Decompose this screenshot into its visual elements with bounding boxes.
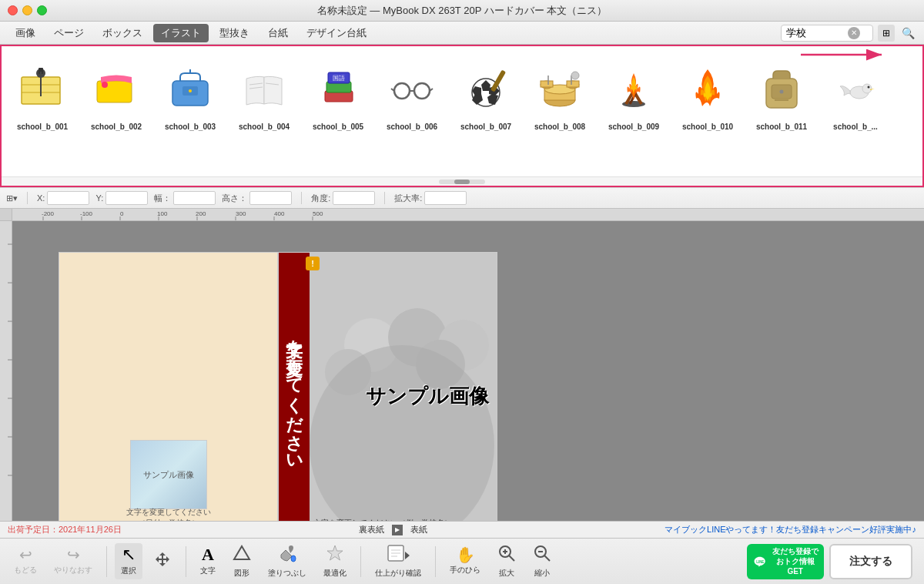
- illust-label-school_b_012: school_b_...: [833, 123, 878, 131]
- text-tool[interactable]: A 文字: [194, 543, 222, 579]
- sep2: [301, 192, 302, 204]
- height-label: 高さ：: [222, 193, 247, 204]
- window-controls[interactable]: [8, 5, 47, 15]
- front-cover-label[interactable]: 表紙: [410, 524, 427, 535]
- illust-item-school_b_012[interactable]: school_b_...: [819, 54, 892, 135]
- line-promo-button[interactable]: LINE 友だち登録でおトク情報GET: [747, 544, 824, 579]
- page-nav-button[interactable]: ▶: [392, 525, 403, 535]
- promo-text: マイブックLINEやってます！友だち登録キャンペーン好評実施中♪: [665, 524, 916, 535]
- illust-item-school_b_005[interactable]: 国語 school_b_005: [301, 54, 375, 135]
- undo-button[interactable]: ↩ もどる: [8, 544, 43, 579]
- search-box[interactable]: ✕: [781, 25, 873, 42]
- menu-page[interactable]: ページ: [46, 24, 92, 42]
- scroll-thumb[interactable]: [454, 180, 470, 184]
- fill-tool[interactable]: 塗りつぶし: [262, 541, 313, 582]
- ruler-corner: [0, 209, 12, 221]
- illust-item-school_b_008[interactable]: school_b_008: [523, 54, 597, 135]
- svg-text:-200: -200: [42, 210, 55, 217]
- finish-check-tool[interactable]: 仕上がり確認: [369, 541, 427, 582]
- ship-date: 出荷予定日：2021年11月26日: [8, 524, 122, 535]
- illust-image-school_b_012: [825, 58, 886, 119]
- hand-icon: ✋: [456, 547, 475, 562]
- height-input[interactable]: [249, 191, 292, 205]
- svg-point-22: [414, 83, 430, 99]
- svg-text:0: 0: [120, 210, 124, 217]
- close-button[interactable]: [8, 5, 18, 15]
- illust-label-school_b_001: school_b_001: [17, 123, 68, 131]
- menu-background[interactable]: 台紙: [260, 24, 296, 42]
- book-right-page[interactable]: ! 文字を変更してください: [278, 252, 497, 521]
- toolbar-separator-3: [360, 546, 361, 577]
- ruler-h-inner: -200 -100 0 100 200 300 400 500: [12, 209, 924, 220]
- menu-box[interactable]: ボックス: [95, 24, 150, 42]
- illust-image-school_b_005: 国語: [307, 58, 369, 119]
- back-cover-label[interactable]: 裏表紙: [359, 524, 384, 535]
- illust-item-school_b_009[interactable]: school_b_009: [597, 54, 671, 135]
- page-navigation: 裏表紙 ▶ 表紙: [122, 524, 665, 535]
- line-logo-icon: LINE: [752, 552, 768, 571]
- canvas[interactable]: サンプル画像 文字を変更してください （日付・学校名） 文字を変更してください …: [12, 221, 924, 521]
- search-clear-button[interactable]: ✕: [848, 27, 860, 39]
- canvas-row: サンプル画像 文字を変更してください （日付・学校名） 文字を変更してください …: [0, 221, 924, 521]
- illust-image-school_b_003: [159, 58, 221, 119]
- illust-item-school_b_001[interactable]: school_b_001: [5, 54, 79, 135]
- svg-point-53: [868, 86, 870, 89]
- x-field: X:: [37, 191, 89, 205]
- fill-icon: [278, 544, 296, 566]
- layout-icon: ⊞▾: [6, 193, 18, 203]
- illust-label-school_b_008: school_b_008: [534, 123, 585, 131]
- shape-tool[interactable]: 図形: [226, 541, 257, 582]
- illust-item-school_b_007[interactable]: school_b_007: [449, 54, 523, 135]
- grid-view-toggle[interactable]: ⊞: [878, 25, 895, 42]
- order-button[interactable]: 注文する: [829, 544, 912, 579]
- svg-point-12: [189, 89, 192, 92]
- menu-right-controls: ✕ ⊞ 🔍: [781, 25, 916, 42]
- illust-item-school_b_011[interactable]: school_b_011: [745, 54, 819, 135]
- enhance-tool[interactable]: 最適化: [317, 541, 353, 582]
- redo-button[interactable]: ↪ やりなおす: [48, 544, 99, 579]
- menu-illust[interactable]: イラスト: [153, 24, 209, 42]
- select-tool[interactable]: ↖ 選択: [115, 543, 142, 579]
- angle-input[interactable]: [333, 191, 375, 205]
- move-tool[interactable]: [147, 547, 178, 576]
- menu-diecutting[interactable]: 型抜き: [212, 24, 257, 42]
- search-icon-button[interactable]: 🔍: [899, 25, 916, 42]
- red-band: 文字を変更してください: [279, 253, 310, 521]
- illust-item-school_b_003[interactable]: school_b_003: [153, 54, 227, 135]
- svg-line-97: [544, 555, 550, 561]
- properties-toolbar: ⊞▾ X: Y: 幅： 高さ： 角度: 拡大率:: [0, 187, 924, 209]
- illust-item-school_b_004[interactable]: school_b_004: [227, 54, 301, 135]
- illust-item-school_b_002[interactable]: school_b_002: [79, 54, 153, 135]
- main-area: school_b_001 school_b_002: [0, 45, 924, 584]
- sample-photo-small[interactable]: サンプル画像: [130, 440, 207, 509]
- illust-item-school_b_010[interactable]: school_b_010: [671, 54, 745, 135]
- zoom-out-tool[interactable]: 縮小: [527, 541, 557, 582]
- book-left-page[interactable]: サンプル画像 文字を変更してください （日付・学校名）: [59, 252, 278, 521]
- scroll-bar[interactable]: [439, 180, 485, 184]
- toolbar-separator-1: [106, 546, 107, 577]
- y-input[interactable]: [105, 191, 148, 205]
- menu-image[interactable]: 画像: [8, 24, 43, 42]
- hand-tool[interactable]: ✋ 手のひら: [444, 544, 487, 579]
- finish-check-label: 仕上がり確認: [375, 568, 421, 579]
- minimize-button[interactable]: [22, 5, 32, 15]
- svg-line-93: [509, 555, 514, 561]
- illust-label-school_b_007: school_b_007: [460, 123, 511, 131]
- scale-input[interactable]: [424, 191, 467, 205]
- width-input[interactable]: [173, 191, 216, 205]
- order-label: 注文する: [849, 555, 892, 569]
- search-input[interactable]: [786, 27, 848, 39]
- illust-item-school_b_006[interactable]: school_b_006: [375, 54, 449, 135]
- enhance-icon: [326, 544, 344, 566]
- illust-label-school_b_006: school_b_006: [387, 123, 437, 131]
- zoom-in-tool[interactable]: 拡大: [491, 541, 522, 582]
- scroll-indicator: [2, 176, 922, 186]
- maximize-button[interactable]: [37, 5, 47, 15]
- scale-field: 拡大率:: [394, 191, 467, 205]
- menu-design-bg[interactable]: デザイン台紙: [299, 24, 374, 42]
- x-input[interactable]: [47, 191, 89, 205]
- illust-image-school_b_008: [529, 58, 591, 119]
- svg-text:500: 500: [313, 210, 323, 217]
- illustration-scroll[interactable]: school_b_001 school_b_002: [2, 46, 922, 176]
- svg-text:400: 400: [274, 210, 285, 217]
